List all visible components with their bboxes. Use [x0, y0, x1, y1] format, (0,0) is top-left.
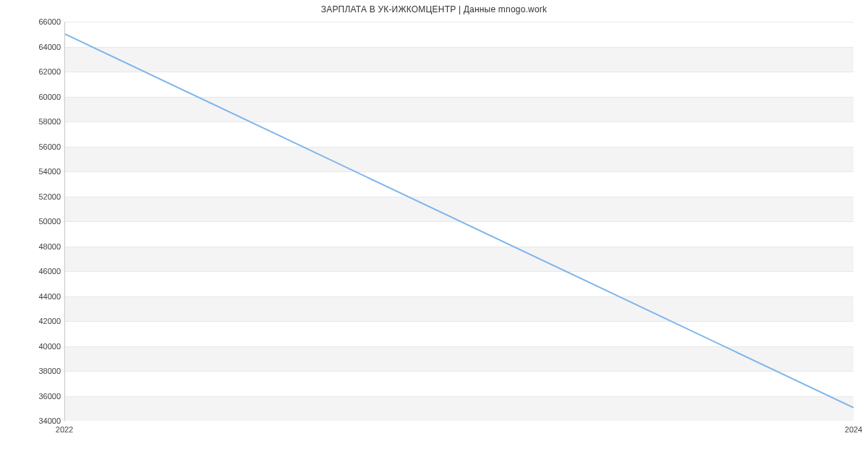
- line-series: [65, 22, 854, 420]
- y-tick-label: 60000: [3, 93, 61, 101]
- y-tick-label: 62000: [3, 68, 61, 76]
- plot-area: [64, 22, 854, 421]
- y-tick-label: 36000: [3, 392, 61, 400]
- chart-title: ЗАРПЛАТА В УК-ИЖКОМЦЕНТР | Данные mnogo.…: [0, 4, 868, 14]
- y-tick-label: 48000: [3, 242, 61, 250]
- y-tick-label: 34000: [3, 417, 61, 425]
- y-tick-label: 50000: [3, 218, 61, 226]
- y-tick-label: 64000: [3, 43, 61, 51]
- chart-container: ЗАРПЛАТА В УК-ИЖКОМЦЕНТР | Данные mnogo.…: [0, 0, 868, 470]
- y-tick-label: 44000: [3, 292, 61, 300]
- y-tick-label: 40000: [3, 342, 61, 350]
- y-tick-label: 66000: [3, 18, 61, 26]
- x-tick-label: 2022: [56, 425, 73, 434]
- y-tick-label: 52000: [3, 192, 61, 200]
- y-tick-label: 58000: [3, 118, 61, 126]
- y-tick-label: 42000: [3, 317, 61, 325]
- y-tick-label: 56000: [3, 142, 61, 150]
- y-tick-label: 54000: [3, 168, 61, 176]
- y-tick-label: 38000: [3, 367, 61, 375]
- svg-line-0: [65, 34, 854, 408]
- y-tick-label: 46000: [3, 268, 61, 275]
- x-tick-label: 2024: [845, 425, 862, 434]
